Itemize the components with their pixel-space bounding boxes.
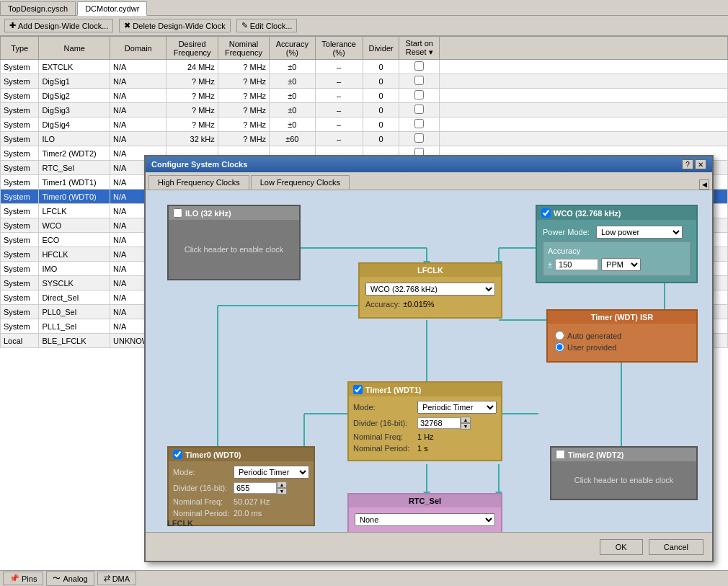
rtcsel-title: RTC_Sel [409, 497, 441, 505]
timer-isr-user-row: User provided [555, 342, 689, 352]
ilo-header[interactable]: ILO (32 kHz) [169, 206, 299, 220]
timer0-divider-down[interactable]: ▼ [277, 488, 287, 494]
timer1-body: Mode: Periodic Timer Free Running Watchd… [349, 396, 501, 460]
timer0-enable-checkbox[interactable] [173, 450, 182, 459]
wco-accuracy-pm: ± [548, 260, 552, 269]
tab-dcmotor[interactable]: DCMotor.cydwr [77, 1, 147, 16]
timer1-nominal-period-value: 1 s [417, 444, 428, 453]
wco-enable-checkbox[interactable] [541, 208, 551, 218]
timer-isr-auto-radio[interactable] [555, 331, 564, 340]
timer1-header[interactable]: Timer1 (WDT1) [349, 383, 501, 396]
lfclk-source-select[interactable]: WCO (32.768 kHz) ILO (32 kHz) ECO 32kHz [365, 283, 495, 296]
timer2-node: Timer2 (WDT2) Click header to enable clo… [550, 446, 698, 500]
timer0-divider-label: Divider (16-bit): [173, 484, 231, 492]
timer1-enable-checkbox[interactable] [353, 385, 363, 394]
rtcsel-source-select[interactable]: None WCO ILO [355, 513, 495, 526]
timer1-divider-buttons: ▲ ▼ [461, 417, 471, 430]
wco-accuracy-row: ± PPM % [548, 258, 685, 271]
timer1-divider-down[interactable]: ▼ [461, 423, 471, 430]
tab-low-freq-clocks[interactable]: Low Frequency Clocks [251, 175, 350, 190]
timer1-nominal-freq-row: Nominal Freq: 1 Hz [353, 432, 497, 441]
wco-header[interactable]: WCO (32.768 kHz) [537, 206, 696, 220]
ok-button[interactable]: OK [600, 539, 643, 555]
clock-diagram: ILO (32 kHz) Click header to enable cloc… [146, 190, 712, 533]
timer1-nominal-period-label: Nominal Period: [353, 444, 414, 453]
rtcsel-header: RTC_Sel [349, 494, 501, 507]
wco-accuracy-label: Accuracy [548, 247, 685, 255]
timer0-node: Timer0 (WDT0) Mode: Periodic Timer Free … [167, 446, 315, 526]
bottom-tab-pins[interactable]: 📌 Pins [3, 572, 43, 585]
timer1-title: Timer1 (WDT1) [365, 386, 421, 394]
timer-isr-body: Auto generated User provided [548, 324, 696, 361]
timer0-nominal-freq-label: Nominal Freq: [173, 497, 231, 506]
timer0-nominal-freq-row: Nominal Freq: 50.027 Hz [173, 497, 309, 506]
timer1-mode-label: Mode: [353, 403, 414, 412]
timer-isr-auto-row: Auto generated [555, 331, 689, 340]
wco-body: Power Mode: Low power Normal Accuracy ± [537, 220, 696, 282]
timer-isr-auto-label: Auto generated [567, 332, 621, 340]
timer1-divider-label: Divider (16-bit): [353, 419, 414, 427]
dialog-footer: OK Cancel [146, 532, 712, 561]
dialog-canvas: ILO (32 kHz) Click header to enable cloc… [146, 190, 712, 533]
timer0-divider-up[interactable]: ▲ [277, 481, 287, 488]
dialog-close-button[interactable]: ✕ [695, 159, 706, 169]
lfclk-title: LFCLK [417, 266, 443, 275]
timer0-divider-row: Divider (16-bit): ▲ ▼ [173, 481, 309, 494]
ilo-body: Click header to enable clock [169, 220, 299, 279]
lfclk-accuracy-row: Accuracy: ±0.015% [365, 300, 495, 308]
timer1-divider-up[interactable]: ▲ [461, 417, 471, 423]
dialog-help-button[interactable]: ? [682, 159, 693, 169]
timer1-nominal-freq-value: 1 Hz [417, 432, 434, 441]
lfclk-bottom-label: LFCLK [167, 519, 193, 528]
timer-isr-node: Timer (WDT) ISR Auto generated User prov… [546, 309, 698, 363]
timer1-divider-spinner: ▲ ▼ [417, 417, 471, 430]
cancel-button[interactable]: Cancel [649, 539, 703, 555]
lfclk-body: WCO (32.768 kHz) ILO (32 kHz) ECO 32kHz … [360, 277, 501, 317]
timer0-divider-input[interactable] [234, 482, 277, 494]
wco-accuracy-input[interactable] [555, 259, 598, 270]
timer0-nominal-freq-value: 50.027 Hz [234, 497, 270, 506]
wave-icon: 〜 [53, 573, 61, 584]
ilo-node: ILO (32 kHz) Click header to enable cloc… [167, 205, 301, 280]
timer2-disabled-text: Click header to enable clock [574, 476, 674, 484]
timer1-mode-row: Mode: Periodic Timer Free Running Watchd… [353, 401, 497, 414]
timer1-nominal-period-row: Nominal Period: 1 s [353, 444, 497, 453]
wco-power-mode-row: Power Mode: Low power Normal [543, 226, 691, 239]
scroll-left-button[interactable]: ◀ [699, 179, 709, 190]
rtcsel-body: None WCO ILO [349, 507, 501, 532]
lfclk-node: LFCLK WCO (32.768 kHz) ILO (32 kHz) ECO … [358, 262, 502, 319]
dialog-overlay: Configure System Clocks ? ✕ High Frequen… [0, 0, 728, 586]
bottom-tab-analog[interactable]: 〜 Analog [46, 571, 94, 586]
timer0-divider-buttons: ▲ ▼ [277, 481, 287, 494]
wco-accuracy-unit-select[interactable]: PPM % [601, 258, 641, 271]
timer0-mode-select[interactable]: Periodic Timer Free Running Watchdog [234, 466, 309, 479]
lfclk-header: LFCLK [360, 264, 501, 277]
timer-isr-user-radio[interactable] [555, 342, 564, 352]
wco-power-mode-select[interactable]: Low power Normal [596, 226, 683, 239]
timer2-title: Timer2 (WDT2) [568, 450, 623, 459]
bottom-tab-dma[interactable]: ⇄ DMA [97, 572, 136, 585]
timer2-header[interactable]: Timer2 (WDT2) [551, 448, 696, 461]
timer0-mode-row: Mode: Periodic Timer Free Running Watchd… [173, 466, 309, 479]
dialog-tab-bar: High Frequency Clocks Low Frequency Cloc… [146, 172, 712, 190]
configure-clocks-dialog: Configure System Clocks ? ✕ High Frequen… [144, 155, 714, 562]
timer1-node: Timer1 (WDT1) Mode: Periodic Timer Free … [347, 381, 502, 461]
timer0-header[interactable]: Timer0 (WDT0) [169, 448, 314, 461]
dialog-title-buttons: ? ✕ [682, 159, 706, 169]
timer1-nominal-freq-label: Nominal Freq: [353, 432, 414, 441]
timer1-mode-select[interactable]: Periodic Timer Free Running Watchdog [417, 401, 497, 414]
wco-power-mode-label: Power Mode: [543, 228, 593, 236]
timer-isr-title: Timer (WDT) ISR [591, 313, 654, 321]
ilo-disabled-text: Click header to enable clock [176, 234, 292, 265]
timer0-nominal-period-label: Nominal Period: [173, 509, 231, 518]
timer-isr-header: Timer (WDT) ISR [548, 311, 696, 324]
rtcsel-node: RTC_Sel None WCO ILO [347, 493, 502, 533]
timer2-enable-checkbox[interactable] [556, 450, 565, 459]
lfclk-accuracy-value: ±0.015% [403, 300, 434, 308]
ilo-enable-checkbox[interactable] [173, 208, 182, 218]
timer1-divider-input[interactable] [417, 417, 461, 429]
timer0-title: Timer0 (WDT0) [185, 450, 241, 459]
tab-high-freq-clocks[interactable]: High Frequency Clocks [148, 175, 249, 190]
ilo-title: ILO (32 kHz) [185, 209, 231, 218]
pin-icon: 📌 [9, 574, 19, 583]
